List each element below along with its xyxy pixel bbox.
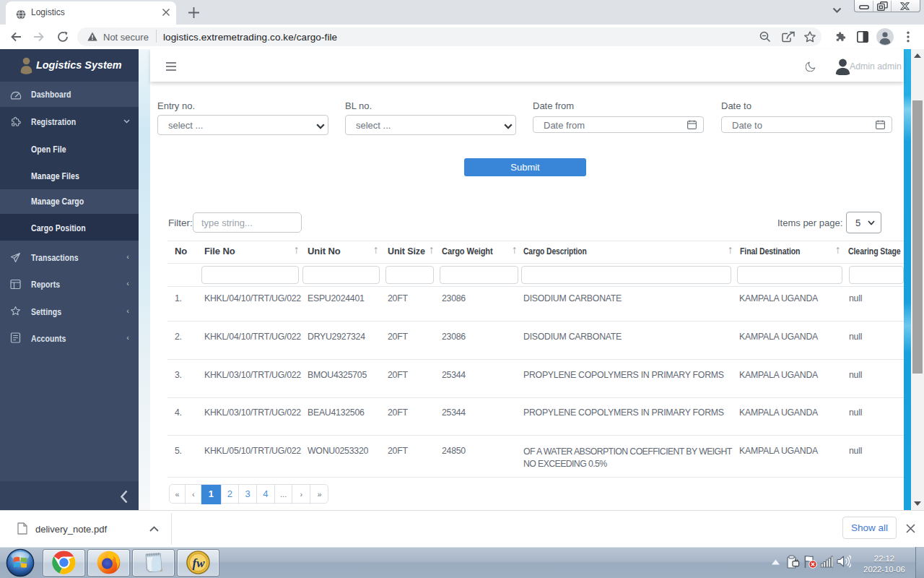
svg-text:fw: fw [193,556,206,570]
